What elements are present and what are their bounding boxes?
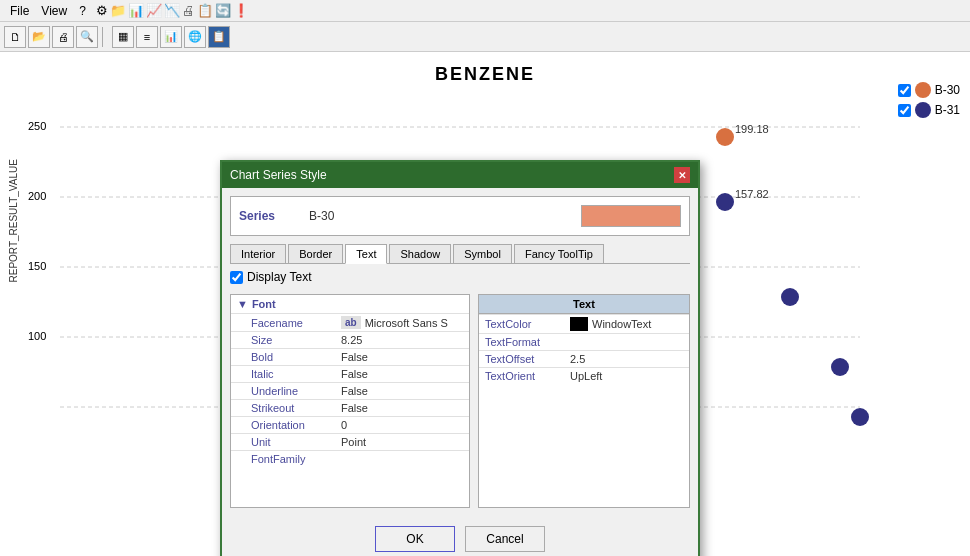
toolbar-preview[interactable]: 🔍 [76,26,98,48]
tab-shadow[interactable]: Shadow [389,244,451,263]
toolbar-new[interactable]: 🗋 [4,26,26,48]
series-label: Series [239,209,299,223]
font-val-bold: False [341,351,368,363]
text-key-textformat: TextFormat [485,336,570,348]
font-panel-header: ▼ Font [231,295,469,313]
tab-text[interactable]: Text [345,244,387,264]
font-row-fontfamily: FontFamily [231,450,469,467]
menu-view[interactable]: View [35,2,73,20]
collapse-icon[interactable]: ▼ [237,298,248,310]
font-row-strikeout: Strikeout False [231,399,469,416]
text-row-textformat: TextFormat [479,333,689,350]
font-key-italic: Italic [251,368,341,380]
toolbar: 🗋 📂 🖨 🔍 ▦ ≡ 📊 🌐 📋 [0,22,970,52]
dialog-panels: ▼ Font Facename ab Microsoft Sans S Size… [222,286,698,516]
font-key-strikeout: Strikeout [251,402,341,414]
series-value: B-30 [309,209,571,223]
font-row-bold: Bold False [231,348,469,365]
font-val-underline: False [341,385,368,397]
font-val-unit: Point [341,436,366,448]
text-key-textoffset: TextOffset [485,353,570,365]
text-key-textorient: TextOrient [485,370,570,382]
font-header-label: Font [252,298,276,310]
main-area: BENZENE 199.18 157.82 250 200 150 100 RE… [0,52,970,556]
toolbar-sep-1 [102,27,108,47]
toolbar-chart-bar[interactable]: 📊 [160,26,182,48]
text-val-textcolor: WindowText [592,318,651,330]
menu-file[interactable]: File [4,2,35,20]
display-text-checkbox[interactable] [230,271,243,284]
font-row-underline: Underline False [231,382,469,399]
font-key-facename: Facename [251,317,341,329]
font-val-strikeout: False [341,402,368,414]
text-row-textorient: TextOrient UpLeft [479,367,689,384]
text-val-textoffset: 2.5 [570,353,585,365]
tab-fancy-tooltip[interactable]: Fancy ToolTip [514,244,604,263]
dialog-buttons: OK Cancel [222,516,698,556]
font-val-size: 8.25 [341,334,362,346]
tab-border[interactable]: Border [288,244,343,263]
display-text-row: Display Text [230,270,690,284]
tab-symbol[interactable]: Symbol [453,244,512,263]
dialog-title-text: Chart Series Style [230,168,327,182]
dialog-tabs: Interior Border Text Shadow Symbol Fancy… [230,244,690,264]
font-row-italic: Italic False [231,365,469,382]
textcolor-swatch [570,317,588,331]
chart-series-style-dialog: Chart Series Style ✕ Series B-30 Interio… [220,160,700,556]
font-key-orientation: Orientation [251,419,341,431]
font-val-facename: Microsoft Sans S [365,317,448,329]
text-row-textcolor: TextColor WindowText [479,314,689,333]
ok-button[interactable]: OK [375,526,455,552]
font-row-orientation: Orientation 0 [231,416,469,433]
font-val-orientation: 0 [341,419,347,431]
text-panel-header: Text [479,295,689,314]
font-key-underline: Underline [251,385,341,397]
cancel-button[interactable]: Cancel [465,526,545,552]
font-key-size: Size [251,334,341,346]
dialog-overlay: Chart Series Style ✕ Series B-30 Interio… [0,52,970,556]
font-row-unit: Unit Point [231,433,469,450]
dialog-close-button[interactable]: ✕ [674,167,690,183]
font-row-size: Size 8.25 [231,331,469,348]
font-key-fontfamily: FontFamily [251,453,341,465]
font-val-italic: False [341,368,368,380]
text-val-textorient: UpLeft [570,370,602,382]
series-color-box[interactable] [581,205,681,227]
toolbar-print[interactable]: 🖨 [52,26,74,48]
toolbar-list[interactable]: ≡ [136,26,158,48]
text-panel: Text TextColor WindowText TextFormat Tex… [478,294,690,508]
font-key-bold: Bold [251,351,341,363]
menu-bar: File View ? ⚙ 📁 📊 📈 📉 🖨 📋 🔄 ❗ [0,0,970,22]
tab-interior[interactable]: Interior [230,244,286,263]
menu-help[interactable]: ? [73,2,92,20]
facename-ab-icon: ab [341,316,361,329]
toolbar-globe[interactable]: 🌐 [184,26,206,48]
font-panel: ▼ Font Facename ab Microsoft Sans S Size… [230,294,470,508]
font-row-facename: Facename ab Microsoft Sans S [231,313,469,331]
series-row: Series B-30 [230,196,690,236]
dialog-titlebar: Chart Series Style ✕ [222,162,698,188]
font-key-unit: Unit [251,436,341,448]
display-text-label: Display Text [247,270,311,284]
text-key-textcolor: TextColor [485,318,570,330]
toolbar-table[interactable]: ▦ [112,26,134,48]
text-row-textoffset: TextOffset 2.5 [479,350,689,367]
toolbar-open[interactable]: 📂 [28,26,50,48]
toolbar-report[interactable]: 📋 [208,26,230,48]
